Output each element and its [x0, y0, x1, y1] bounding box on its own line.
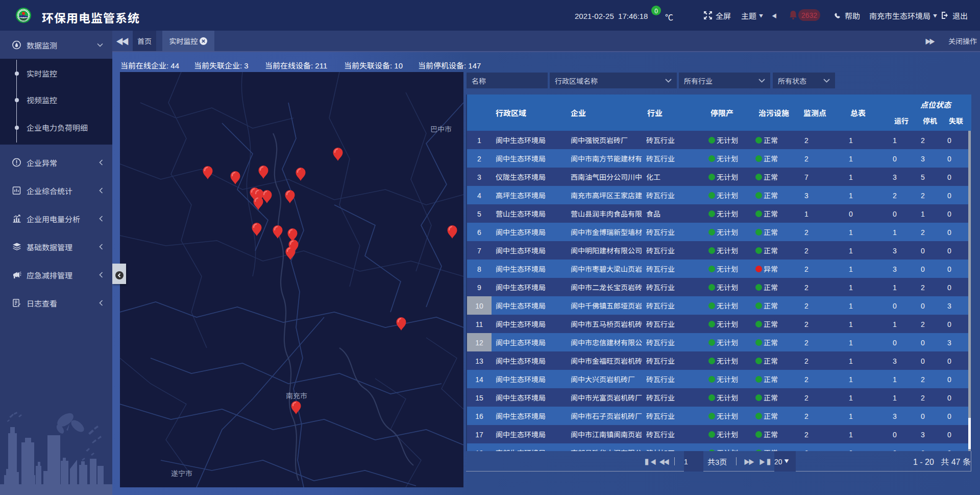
- svg-text:遂宁市: 遂宁市: [171, 468, 192, 478]
- svg-text:南充市: 南充市: [286, 390, 307, 400]
- svg-text:巴中市: 巴中市: [430, 124, 452, 134]
